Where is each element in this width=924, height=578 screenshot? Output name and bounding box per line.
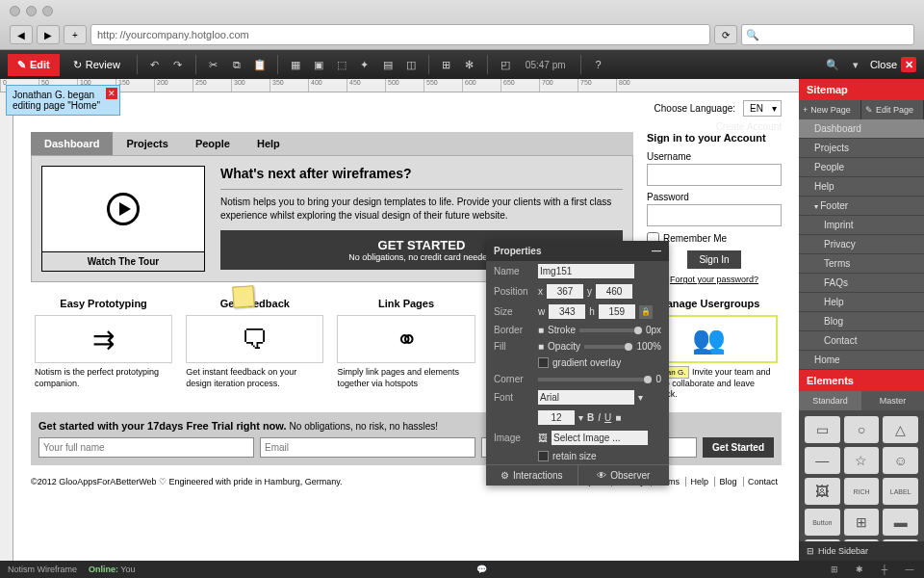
feature-feedback[interactable]: Get Feedback 🗨 Get instant feedback on y… [182,294,327,405]
redo-icon[interactable]: ↷ [169,56,187,73]
username-input[interactable] [647,164,782,186]
canvas-area[interactable]: 0501001502002503003504004505005506006507… [0,79,799,561]
footer-link[interactable]: Blog [714,477,740,486]
video-player[interactable] [41,166,205,252]
edit-mode-tab[interactable]: ✎ Edit [8,54,60,76]
watch-tour-button[interactable]: Watch The Tour [41,252,205,272]
richtext-shape[interactable]: RICH [844,478,880,505]
chat-icon[interactable]: 💬 [475,563,488,576]
circle-shape[interactable]: ○ [844,416,880,443]
italic-icon[interactable]: I [598,412,601,423]
hide-sidebar-button[interactable]: ⊟ Hide Sidebar [799,541,924,561]
trial-email-input[interactable] [260,437,475,458]
tree-item-projects[interactable]: Projects [799,139,924,158]
copy-icon[interactable]: ⧉ [228,56,245,73]
back-button[interactable]: ◀ [10,25,33,44]
rect-shape[interactable]: ▭ [805,416,840,443]
zoom-window-icon[interactable] [42,6,53,16]
guides-icon[interactable]: ┼ [878,563,891,576]
retain-size-checkbox[interactable] [538,451,549,461]
observer-tab[interactable]: 👁 Observer [578,465,670,486]
signin-button[interactable]: Sign In [687,250,740,269]
tool-icon[interactable]: ⊞ [438,56,455,73]
tab-projects[interactable]: Projects [113,132,181,155]
corner-slider[interactable] [538,378,652,381]
close-window-icon[interactable] [10,6,20,16]
undo-icon[interactable]: ↶ [146,56,164,73]
stroke-slider[interactable] [579,328,642,332]
chevron-down-icon[interactable]: ▾ [847,56,864,73]
minimize-window-icon[interactable] [26,6,37,16]
tool-icon[interactable]: ✦ [356,56,373,73]
trial-submit-button[interactable]: Get Started [703,437,774,458]
create-account-link[interactable]: Create Account [716,121,782,132]
tool-icon[interactable]: ▣ [310,56,327,73]
footer-link[interactable]: Help [685,477,712,486]
tree-item-home[interactable]: Home [799,351,924,370]
password-input[interactable] [647,204,782,226]
search-icon[interactable]: 🔍 [824,56,841,73]
opacity-slider[interactable] [584,345,632,349]
tab-help[interactable]: Help [244,132,294,155]
help-icon[interactable]: ? [590,56,607,73]
language-select[interactable]: EN [743,100,782,117]
trial-name-input[interactable] [38,437,254,458]
feature-prototyping[interactable]: Easy Prototyping ⇉ Notism is the perfect… [31,294,176,405]
image-shape[interactable]: 🖼 [805,478,840,505]
prop-x-input[interactable] [547,284,583,299]
zoom-icon[interactable]: — [903,563,916,576]
line-shape[interactable]: — [805,447,840,474]
forward-button[interactable]: ▶ [37,25,60,44]
tool-icon[interactable]: ▦ [287,56,304,73]
select-image-button[interactable] [552,431,648,445]
tree-item-dashboard[interactable]: Dashboard [799,119,924,139]
tool-icon[interactable]: ▤ [379,56,397,73]
snap-icon[interactable]: ✱ [853,563,866,576]
bold-icon[interactable]: B [587,412,594,423]
button-shape[interactable]: Button [805,509,840,536]
tab-dashboard[interactable]: Dashboard [31,132,113,155]
new-page-button[interactable]: + New Page [799,100,861,119]
add-tab-button[interactable]: + [64,25,87,44]
reload-button[interactable]: ⟳ [714,25,737,44]
prop-w-input[interactable] [549,304,585,319]
tool-icon[interactable]: ◫ [402,56,420,73]
font-select[interactable] [538,390,634,405]
url-bar[interactable]: http: //yourcompany.hotgloo.com [90,24,710,45]
row-shape[interactable]: ▬ [883,509,918,536]
footer-link[interactable]: Contact [743,477,782,486]
underline-icon[interactable]: U [604,412,611,423]
wireframe-canvas[interactable]: Choose Language: EN Create Account Dashb… [13,92,799,561]
label-shape[interactable]: LABEL [883,478,918,505]
font-size-input[interactable] [538,410,575,425]
grid-icon[interactable]: ⊞ [828,563,841,576]
lock-icon[interactable]: 🔒 [639,305,653,319]
tree-item-people[interactable]: People [799,158,924,177]
master-tab[interactable]: Master [861,391,924,410]
tree-item-help[interactable]: Help [799,293,924,312]
triangle-shape[interactable]: △ [883,416,918,443]
tree-item-terms[interactable]: Terms [799,254,924,274]
smiley-shape[interactable]: ☺ [883,447,918,474]
tree-item-imprint[interactable]: Imprint [799,216,924,235]
close-button[interactable]: Close✕ [870,57,916,72]
gradient-checkbox[interactable] [538,357,549,368]
standard-tab[interactable]: Standard [799,391,861,410]
tree-item-privacy[interactable]: Privacy [799,235,924,254]
settings-icon[interactable]: ✻ [461,56,478,73]
tree-item-blog[interactable]: Blog [799,312,924,331]
edit-page-button[interactable]: ✎ Edit Page [861,100,924,119]
feature-link[interactable]: Link Pages ⚭ Simply link pages and eleme… [333,294,478,405]
tool-icon[interactable]: ◰ [497,56,514,73]
tree-item-help[interactable]: Help [799,177,924,197]
table-shape[interactable]: ⊞ [844,509,880,536]
prop-h-input[interactable] [599,304,635,319]
properties-panel[interactable]: Properties— Name Positionx y Sizew h 🔒 B… [486,241,669,486]
star-shape[interactable]: ☆ [844,447,880,474]
sticky-note-icon[interactable] [232,285,254,307]
close-notification-icon[interactable]: ✕ [106,88,117,99]
minimize-icon[interactable]: — [652,246,661,256]
prop-y-input[interactable] [596,284,632,299]
tool-icon[interactable]: ⬚ [333,56,350,73]
interactions-tab[interactable]: ⚙ Interactions [486,465,578,486]
